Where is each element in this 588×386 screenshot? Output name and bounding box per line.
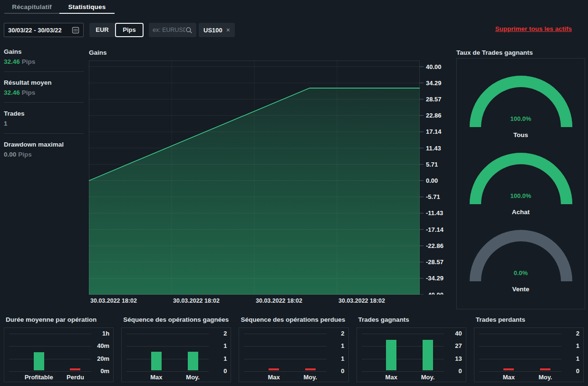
card-title: Séquence des opérations perdues: [241, 316, 348, 323]
gridline: [9, 334, 91, 334]
gauge-arc: [469, 75, 573, 131]
stat-value: 32.46: [4, 58, 20, 65]
divider: [4, 133, 84, 134]
unit-toggle: EUR Pips: [89, 23, 144, 37]
filter-bar: EUR Pips US100 ×: [4, 23, 235, 37]
y-tick-label: 28.57: [426, 96, 442, 103]
divider: [4, 71, 84, 72]
stat-resultat-moyen: Résultat moyen 32.46Pips: [4, 79, 84, 96]
calendar-icon: [72, 26, 79, 34]
card-trades-perdants: Trades perdants 2110MaxMoy.: [474, 316, 584, 382]
y-tick-label: 1: [562, 355, 579, 362]
date-range-picker[interactable]: [4, 23, 84, 37]
y-tick-label: 40.00: [426, 63, 442, 70]
y-tick-label: -28.57: [426, 258, 443, 266]
gridline: [244, 334, 326, 334]
stat-label: Gains: [4, 48, 84, 55]
card-title: Séquence des opérations gagnées: [123, 316, 231, 323]
category-label: Moy.: [173, 374, 213, 381]
gridline: [244, 359, 326, 359]
y-tick-label: 34.29: [426, 79, 442, 87]
mini-bar-chart: 4027130MaxMoy.: [357, 327, 466, 382]
gains-chart-title: Gains: [89, 49, 107, 56]
y-tick-label: -17.14: [426, 226, 444, 233]
date-range-input[interactable]: [8, 27, 70, 34]
y-tick-label: 11.43: [426, 145, 441, 152]
stat-unit: Pips: [18, 151, 32, 158]
card-duree-moyenne: Durée moyenne par opération 1h40m20m0mPr…: [4, 316, 114, 382]
gridline: [479, 334, 561, 334]
y-tick-label: 22.86: [426, 112, 442, 119]
gauge-vente: 0.0% Vente: [469, 229, 573, 293]
gauge-value: 100.0%: [469, 192, 573, 199]
category-label: Perdu: [55, 374, 95, 381]
tab-statistiques[interactable]: Statistiques: [59, 0, 115, 14]
chip-remove-icon[interactable]: ×: [226, 26, 230, 34]
y-tick-label: 1: [328, 342, 345, 349]
y-tick-label: 0.00: [426, 177, 438, 184]
y-tick-label: 27: [445, 342, 462, 349]
y-tick-label: 2: [328, 330, 345, 337]
bar: [34, 352, 44, 370]
bar: [305, 368, 316, 370]
y-tick-label: -11.43: [426, 209, 443, 217]
y-tick-label: 1: [210, 342, 227, 349]
gridline: [362, 334, 444, 334]
gridline: [9, 371, 91, 372]
stat-value: 0.00: [4, 151, 16, 158]
asset-chip-label: US100: [203, 27, 222, 34]
y-tick-label: 20m: [92, 355, 109, 362]
card-sequence-gagnees: Séquence des opérations gagnées 2110MaxM…: [121, 316, 231, 382]
bar: [151, 352, 162, 371]
category-label: Max: [254, 374, 294, 381]
gridline: [244, 346, 326, 346]
gauge-label: Achat: [469, 208, 573, 216]
stats-sidebar: Gains 32.46Pips Résultat moyen 32.46Pips…: [4, 48, 84, 158]
unit-option-eur[interactable]: EUR: [89, 23, 115, 37]
gains-chart: 40.0034.2928.5722.8617.1411.435.710.00-5…: [89, 60, 450, 295]
y-tick-label: -40.00: [426, 291, 443, 295]
asset-search-input[interactable]: [153, 27, 185, 33]
category-label: Profitable: [19, 374, 59, 381]
gridline: [479, 359, 561, 359]
bar: [423, 340, 433, 370]
gridline: [126, 371, 209, 372]
y-tick-label: 1h: [92, 330, 109, 337]
stat-label: Trades: [4, 110, 84, 117]
stat-value: 32.46: [4, 89, 20, 96]
bar: [188, 352, 198, 371]
x-axis-label: 30.03.2022 18:02: [254, 297, 302, 304]
stat-trades: Trades 1: [4, 110, 84, 127]
unit-option-pips[interactable]: Pips: [115, 23, 144, 37]
category-label: Moy.: [408, 374, 448, 381]
stat-unit: Pips: [22, 58, 36, 65]
gridline: [362, 371, 444, 372]
category-label: Moy.: [290, 374, 330, 381]
y-tick-label: -22.86: [426, 242, 443, 249]
stat-label: Drawdown maximal: [4, 141, 84, 148]
search-icon: [185, 27, 193, 34]
x-axis-label: 30.03.2022 18:02: [89, 297, 137, 304]
gridline: [126, 346, 209, 346]
gauge-label: Tous: [469, 131, 573, 139]
remove-all-assets-link[interactable]: Supprimer tous les actifs: [495, 25, 572, 32]
y-tick-label: 17.14: [426, 128, 442, 135]
y-tick-label: 1: [210, 355, 227, 362]
y-tick-label: -34.29: [426, 275, 443, 282]
stat-label: Résultat moyen: [4, 79, 84, 86]
category-label: Max: [489, 374, 529, 381]
asset-search: [149, 23, 196, 37]
tab-recapitulatif[interactable]: Récapitulatif: [4, 0, 59, 14]
asset-chip-us100[interactable]: US100 ×: [199, 23, 235, 37]
gains-chart-svg: 40.0034.2928.5722.8617.1411.435.710.00-5…: [89, 60, 450, 295]
card-title: Durée moyenne par opération: [6, 316, 114, 323]
gridline: [479, 371, 561, 372]
bar: [70, 368, 80, 370]
statistics-page: Récapitulatif Statistiques EUR Pips: [0, 0, 588, 386]
card-title: Trades gagnants: [358, 316, 466, 323]
card-title: Trades perdants: [476, 316, 584, 323]
stat-unit: Pips: [22, 89, 36, 96]
gauge-achat: 100.0% Achat: [469, 152, 573, 216]
gauge-label: Vente: [469, 286, 573, 293]
category-label: Max: [371, 374, 411, 381]
